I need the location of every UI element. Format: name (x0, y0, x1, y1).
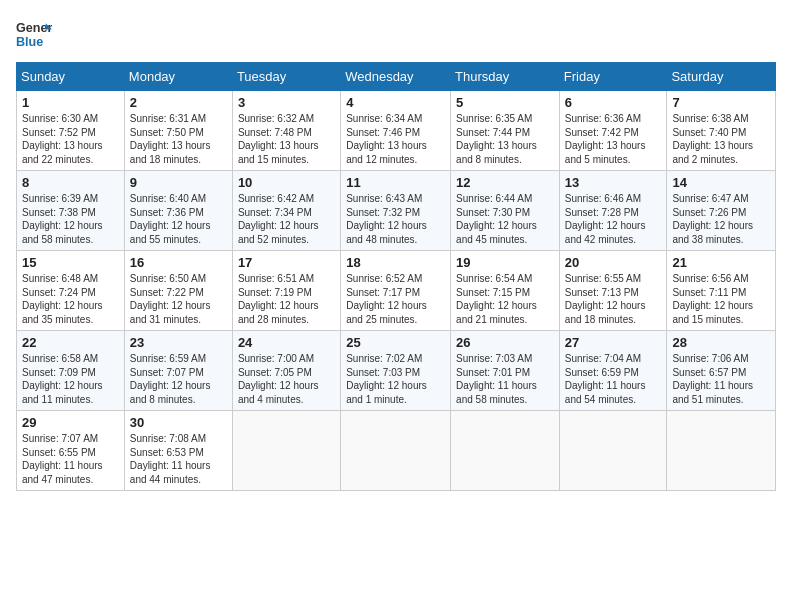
day-info: Sunrise: 6:35 AMSunset: 7:44 PMDaylight:… (456, 112, 554, 166)
day-number: 21 (672, 255, 770, 270)
day-number: 18 (346, 255, 445, 270)
calendar-cell: 21Sunrise: 6:56 AMSunset: 7:11 PMDayligh… (667, 251, 776, 331)
day-info: Sunrise: 7:07 AMSunset: 6:55 PMDaylight:… (22, 432, 119, 486)
day-number: 3 (238, 95, 335, 110)
calendar-cell: 9Sunrise: 6:40 AMSunset: 7:36 PMDaylight… (124, 171, 232, 251)
calendar-cell: 17Sunrise: 6:51 AMSunset: 7:19 PMDayligh… (232, 251, 340, 331)
day-info: Sunrise: 6:58 AMSunset: 7:09 PMDaylight:… (22, 352, 119, 406)
calendar-cell (341, 411, 451, 491)
calendar-cell: 23Sunrise: 6:59 AMSunset: 7:07 PMDayligh… (124, 331, 232, 411)
day-info: Sunrise: 6:43 AMSunset: 7:32 PMDaylight:… (346, 192, 445, 246)
calendar-cell: 7Sunrise: 6:38 AMSunset: 7:40 PMDaylight… (667, 91, 776, 171)
day-number: 1 (22, 95, 119, 110)
day-info: Sunrise: 6:36 AMSunset: 7:42 PMDaylight:… (565, 112, 662, 166)
day-info: Sunrise: 6:56 AMSunset: 7:11 PMDaylight:… (672, 272, 770, 326)
page-header: General Blue (16, 16, 776, 52)
calendar-cell: 18Sunrise: 6:52 AMSunset: 7:17 PMDayligh… (341, 251, 451, 331)
day-number: 29 (22, 415, 119, 430)
calendar-cell: 30Sunrise: 7:08 AMSunset: 6:53 PMDayligh… (124, 411, 232, 491)
calendar-cell: 14Sunrise: 6:47 AMSunset: 7:26 PMDayligh… (667, 171, 776, 251)
calendar-cell: 16Sunrise: 6:50 AMSunset: 7:22 PMDayligh… (124, 251, 232, 331)
day-info: Sunrise: 7:02 AMSunset: 7:03 PMDaylight:… (346, 352, 445, 406)
calendar-cell: 26Sunrise: 7:03 AMSunset: 7:01 PMDayligh… (451, 331, 560, 411)
day-info: Sunrise: 6:52 AMSunset: 7:17 PMDaylight:… (346, 272, 445, 326)
day-number: 7 (672, 95, 770, 110)
day-info: Sunrise: 7:00 AMSunset: 7:05 PMDaylight:… (238, 352, 335, 406)
day-info: Sunrise: 6:46 AMSunset: 7:28 PMDaylight:… (565, 192, 662, 246)
day-number: 4 (346, 95, 445, 110)
weekday-header-tuesday: Tuesday (232, 63, 340, 91)
day-info: Sunrise: 7:06 AMSunset: 6:57 PMDaylight:… (672, 352, 770, 406)
day-number: 14 (672, 175, 770, 190)
calendar-week-2: 8Sunrise: 6:39 AMSunset: 7:38 PMDaylight… (17, 171, 776, 251)
calendar-cell: 10Sunrise: 6:42 AMSunset: 7:34 PMDayligh… (232, 171, 340, 251)
calendar-cell: 3Sunrise: 6:32 AMSunset: 7:48 PMDaylight… (232, 91, 340, 171)
day-number: 22 (22, 335, 119, 350)
calendar-cell: 29Sunrise: 7:07 AMSunset: 6:55 PMDayligh… (17, 411, 125, 491)
day-info: Sunrise: 6:59 AMSunset: 7:07 PMDaylight:… (130, 352, 227, 406)
day-info: Sunrise: 6:54 AMSunset: 7:15 PMDaylight:… (456, 272, 554, 326)
calendar-cell: 8Sunrise: 6:39 AMSunset: 7:38 PMDaylight… (17, 171, 125, 251)
day-info: Sunrise: 6:55 AMSunset: 7:13 PMDaylight:… (565, 272, 662, 326)
day-number: 17 (238, 255, 335, 270)
calendar-cell: 5Sunrise: 6:35 AMSunset: 7:44 PMDaylight… (451, 91, 560, 171)
day-number: 6 (565, 95, 662, 110)
calendar-cell: 11Sunrise: 6:43 AMSunset: 7:32 PMDayligh… (341, 171, 451, 251)
calendar-cell: 2Sunrise: 6:31 AMSunset: 7:50 PMDaylight… (124, 91, 232, 171)
calendar-cell: 15Sunrise: 6:48 AMSunset: 7:24 PMDayligh… (17, 251, 125, 331)
calendar-cell: 20Sunrise: 6:55 AMSunset: 7:13 PMDayligh… (559, 251, 667, 331)
calendar-week-1: 1Sunrise: 6:30 AMSunset: 7:52 PMDaylight… (17, 91, 776, 171)
day-number: 16 (130, 255, 227, 270)
svg-text:Blue: Blue (16, 35, 43, 49)
calendar-cell: 1Sunrise: 6:30 AMSunset: 7:52 PMDaylight… (17, 91, 125, 171)
calendar-cell: 28Sunrise: 7:06 AMSunset: 6:57 PMDayligh… (667, 331, 776, 411)
day-info: Sunrise: 7:03 AMSunset: 7:01 PMDaylight:… (456, 352, 554, 406)
day-info: Sunrise: 6:44 AMSunset: 7:30 PMDaylight:… (456, 192, 554, 246)
weekday-header-sunday: Sunday (17, 63, 125, 91)
day-info: Sunrise: 6:42 AMSunset: 7:34 PMDaylight:… (238, 192, 335, 246)
weekday-header-saturday: Saturday (667, 63, 776, 91)
calendar-cell (559, 411, 667, 491)
calendar-week-5: 29Sunrise: 7:07 AMSunset: 6:55 PMDayligh… (17, 411, 776, 491)
day-number: 10 (238, 175, 335, 190)
logo: General Blue (16, 16, 56, 52)
day-number: 30 (130, 415, 227, 430)
day-info: Sunrise: 6:32 AMSunset: 7:48 PMDaylight:… (238, 112, 335, 166)
day-number: 9 (130, 175, 227, 190)
day-number: 8 (22, 175, 119, 190)
calendar-cell: 22Sunrise: 6:58 AMSunset: 7:09 PMDayligh… (17, 331, 125, 411)
day-number: 28 (672, 335, 770, 350)
day-info: Sunrise: 6:51 AMSunset: 7:19 PMDaylight:… (238, 272, 335, 326)
day-info: Sunrise: 6:38 AMSunset: 7:40 PMDaylight:… (672, 112, 770, 166)
day-number: 25 (346, 335, 445, 350)
day-number: 2 (130, 95, 227, 110)
day-number: 20 (565, 255, 662, 270)
day-info: Sunrise: 6:39 AMSunset: 7:38 PMDaylight:… (22, 192, 119, 246)
day-info: Sunrise: 6:50 AMSunset: 7:22 PMDaylight:… (130, 272, 227, 326)
calendar-cell: 6Sunrise: 6:36 AMSunset: 7:42 PMDaylight… (559, 91, 667, 171)
day-number: 23 (130, 335, 227, 350)
calendar-cell: 4Sunrise: 6:34 AMSunset: 7:46 PMDaylight… (341, 91, 451, 171)
weekday-header-friday: Friday (559, 63, 667, 91)
calendar-cell (667, 411, 776, 491)
day-number: 15 (22, 255, 119, 270)
calendar-cell (451, 411, 560, 491)
calendar-week-4: 22Sunrise: 6:58 AMSunset: 7:09 PMDayligh… (17, 331, 776, 411)
day-number: 13 (565, 175, 662, 190)
day-number: 27 (565, 335, 662, 350)
day-info: Sunrise: 6:34 AMSunset: 7:46 PMDaylight:… (346, 112, 445, 166)
calendar-cell (232, 411, 340, 491)
day-info: Sunrise: 7:04 AMSunset: 6:59 PMDaylight:… (565, 352, 662, 406)
day-info: Sunrise: 6:30 AMSunset: 7:52 PMDaylight:… (22, 112, 119, 166)
day-number: 24 (238, 335, 335, 350)
calendar-table: SundayMondayTuesdayWednesdayThursdayFrid… (16, 62, 776, 491)
day-number: 11 (346, 175, 445, 190)
calendar-cell: 27Sunrise: 7:04 AMSunset: 6:59 PMDayligh… (559, 331, 667, 411)
logo-icon: General Blue (16, 16, 52, 52)
day-info: Sunrise: 6:40 AMSunset: 7:36 PMDaylight:… (130, 192, 227, 246)
day-number: 5 (456, 95, 554, 110)
calendar-cell: 25Sunrise: 7:02 AMSunset: 7:03 PMDayligh… (341, 331, 451, 411)
weekday-header-thursday: Thursday (451, 63, 560, 91)
day-number: 19 (456, 255, 554, 270)
day-info: Sunrise: 6:48 AMSunset: 7:24 PMDaylight:… (22, 272, 119, 326)
